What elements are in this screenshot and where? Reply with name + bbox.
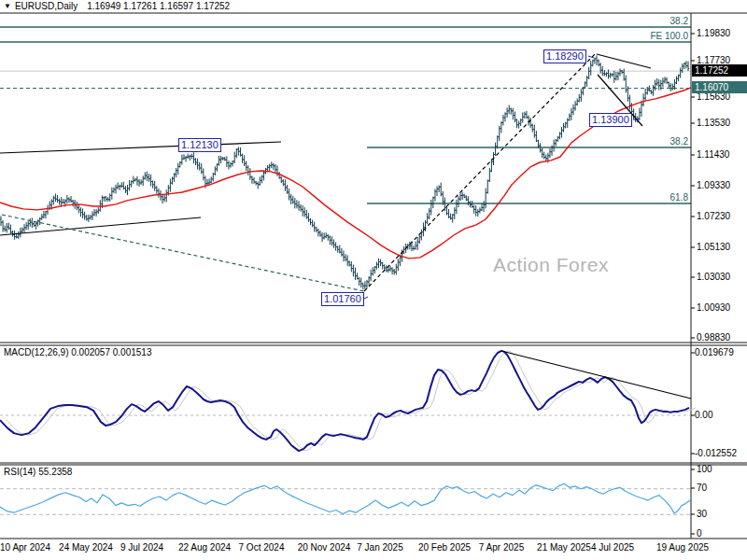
macd-panel-area[interactable] [0, 345, 691, 463]
trading-chart-window: 38.2FE 100.038.261.81.198301.177301.1563… [0, 0, 747, 560]
chart-title-bar: ▼EURUSD,Daily1.16949 1.17261 1.16597 1.1… [4, 1, 230, 12]
symbol-period-label: EURUSD,Daily [15, 1, 78, 11]
rsi-value: 55.2358 [38, 467, 72, 477]
macd-values: 0.002057 0.001513 [71, 347, 151, 357]
rsi-indicator-header: RSI(14) 55.2358 [4, 467, 72, 477]
price-annotation-1.13900[interactable]: 1.13900 [589, 113, 632, 127]
rsi-label: RSI(14) [4, 467, 35, 477]
macd-indicator-header: MACD(12,26,9) 0.002057 0.001513 [4, 347, 151, 357]
price-annotation-1.18290[interactable]: 1.18290 [543, 49, 586, 63]
macd-label: MACD(12,26,9) [4, 347, 68, 357]
watermark: Action Forex [493, 254, 609, 276]
price-annotation-1.01760[interactable]: 1.01760 [321, 292, 364, 306]
chart-canvas[interactable]: 38.2FE 100.038.261.81.198301.177301.1563… [0, 0, 747, 560]
time-scale-area[interactable] [0, 539, 747, 560]
current-price-box: 1.17252 [692, 64, 747, 77]
price-annotation-1.12130[interactable]: 1.12130 [178, 138, 221, 152]
level-price-box: 1.16070 [692, 81, 747, 93]
rsi-panel-area[interactable] [0, 465, 691, 539]
ohlc-values: 1.16949 1.17261 1.16597 1.17252 [87, 1, 230, 11]
symbol-dropdown-icon[interactable]: ▼ [4, 2, 11, 10]
